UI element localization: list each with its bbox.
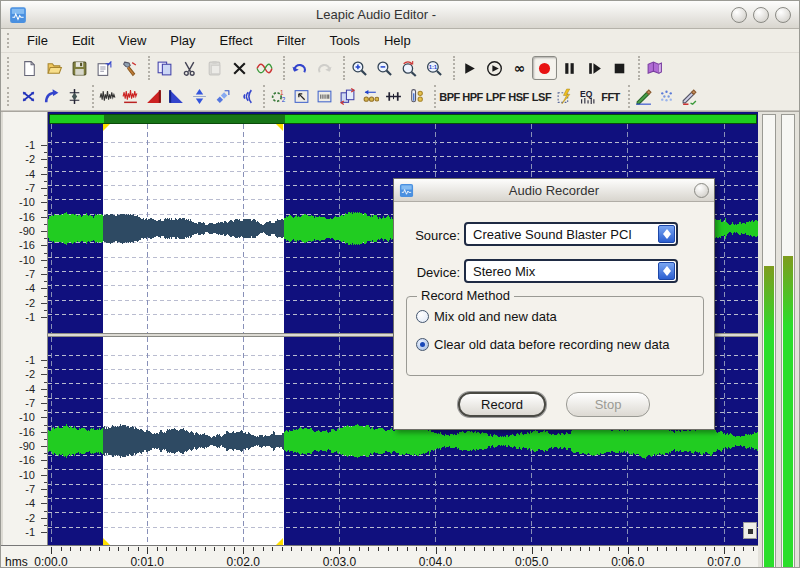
menu-item-view[interactable]: View: [106, 30, 158, 51]
menu-item-filter[interactable]: Filter: [265, 30, 318, 51]
bend-button[interactable]: [40, 85, 63, 108]
redo-button[interactable]: [312, 56, 337, 80]
paste-button[interactable]: [202, 56, 227, 80]
source-spinner-icon[interactable]: [658, 225, 675, 243]
menu-item-help[interactable]: Help: [372, 30, 423, 51]
toolbar-group: 12: [263, 85, 430, 108]
ruler-tick: [41, 403, 47, 404]
time-tick: [436, 547, 437, 554]
zoom-out-button[interactable]: [372, 56, 397, 80]
trim-button[interactable]: [252, 56, 277, 80]
noise-reduction-button[interactable]: [553, 85, 576, 108]
ruler-tick: [41, 202, 47, 203]
new-file-button[interactable]: [17, 56, 42, 80]
db-label: -7: [25, 483, 35, 495]
draw-wave-button[interactable]: [632, 85, 655, 108]
db-label: -1: [25, 354, 35, 366]
toolbar-group: [638, 56, 669, 80]
zoom-normal-button[interactable]: 1:1: [422, 56, 447, 80]
minimize-button[interactable]: [731, 7, 747, 23]
pitch-icon: [408, 88, 425, 105]
resample-button[interactable]: [313, 85, 336, 108]
play-all-button[interactable]: [482, 56, 507, 80]
close-button[interactable]: [775, 7, 791, 23]
copy-button[interactable]: [152, 56, 177, 80]
stop-button[interactable]: [607, 56, 632, 80]
pause-button[interactable]: [557, 56, 582, 80]
spray-button[interactable]: [655, 85, 678, 108]
maximize-button[interactable]: [753, 7, 769, 23]
stretch-button[interactable]: [359, 85, 382, 108]
pitch-button[interactable]: [405, 85, 428, 108]
file-properties-button[interactable]: [92, 56, 117, 80]
noise-button[interactable]: [96, 85, 119, 108]
fade-in-button[interactable]: [142, 85, 165, 108]
high-shelf-filter-button[interactable]: HSF: [507, 85, 530, 108]
delete-button[interactable]: [227, 56, 252, 80]
selection-marker-top-left[interactable]: [103, 124, 110, 131]
selection-marker-top-right[interactable]: [276, 124, 283, 131]
cut-button[interactable]: [177, 56, 202, 80]
time-tick: [291, 547, 292, 551]
time-tick: [138, 547, 139, 551]
crossfade-button[interactable]: [382, 85, 405, 108]
echo-button[interactable]: [234, 85, 257, 108]
low-pass-filter-button[interactable]: LPF: [484, 85, 507, 108]
menu-item-play[interactable]: Play: [158, 30, 207, 51]
shift-button[interactable]: [211, 85, 234, 108]
fft-filter-button[interactable]: FFT: [599, 85, 622, 108]
menu-item-tools[interactable]: Tools: [318, 30, 372, 51]
low-shelf-filter-button[interactable]: LSF: [530, 85, 553, 108]
undo-button[interactable]: [287, 56, 312, 80]
zoom-in-button[interactable]: [347, 56, 372, 80]
band-pass-filter-button[interactable]: BPF: [438, 85, 461, 108]
audio-recorder-dialog: Audio Recorder Source: Creative Sound Bl…: [393, 178, 715, 430]
ruler-tick-minor: [44, 482, 47, 483]
redo-icon: [316, 60, 333, 77]
menu-item-file[interactable]: File: [15, 30, 60, 51]
edit-wave-button[interactable]: [678, 85, 701, 108]
time-tick: [753, 547, 754, 551]
radio-selected-icon[interactable]: [416, 338, 429, 351]
equalizer-button[interactable]: EQ: [576, 85, 599, 108]
effects-button[interactable]: 12: [267, 85, 290, 108]
silence-button[interactable]: [63, 85, 86, 108]
mix-button[interactable]: [17, 85, 40, 108]
device-select[interactable]: Stereo Mix: [464, 259, 678, 283]
record-method-option-1[interactable]: Mix old and new data: [416, 309, 557, 324]
dialog-close-button[interactable]: [694, 183, 709, 198]
selection-marker-bottom-left[interactable]: [103, 538, 110, 545]
menu-item-effect[interactable]: Effect: [208, 30, 265, 51]
reverse-button[interactable]: [336, 85, 359, 108]
db-label: -16: [19, 211, 35, 223]
time-ruler[interactable]: hms 0:00.00:01.00:02.00:03.00:04.00:05.0…: [1, 545, 758, 568]
select-region-button[interactable]: [290, 85, 313, 108]
time-tick: [503, 547, 504, 551]
play-button[interactable]: [457, 56, 482, 80]
selection-marker-bottom-right[interactable]: [276, 538, 283, 545]
record-method-option-2[interactable]: Clear old data before recording new data: [416, 337, 670, 352]
stop-dialog-button[interactable]: Stop: [566, 392, 650, 417]
record-dialog-button[interactable]: Record: [458, 392, 546, 417]
tools-button[interactable]: [117, 56, 142, 80]
play-step-button[interactable]: [582, 56, 607, 80]
invert-button[interactable]: [188, 85, 211, 108]
time-tick: [580, 547, 581, 551]
amplify-button[interactable]: [119, 85, 142, 108]
open-file-button[interactable]: [42, 56, 67, 80]
help-button[interactable]: [642, 56, 667, 80]
source-select[interactable]: Creative Sound Blaster PCI: [464, 222, 678, 246]
position-bar[interactable]: [49, 114, 757, 124]
zoom-selection-button[interactable]: [397, 56, 422, 80]
device-spinner-icon[interactable]: [658, 262, 675, 280]
fade-out-button[interactable]: [165, 85, 188, 108]
scroll-grip[interactable]: [743, 522, 757, 539]
menu-item-edit[interactable]: Edit: [60, 30, 106, 51]
high-pass-filter-button[interactable]: HPF: [461, 85, 484, 108]
ruler-tick: [41, 288, 47, 289]
ruler-tick: [41, 231, 47, 232]
save-file-button[interactable]: [67, 56, 92, 80]
record-button[interactable]: [532, 56, 557, 80]
radio-icon[interactable]: [416, 310, 429, 323]
loop-button[interactable]: ∞: [507, 56, 532, 80]
